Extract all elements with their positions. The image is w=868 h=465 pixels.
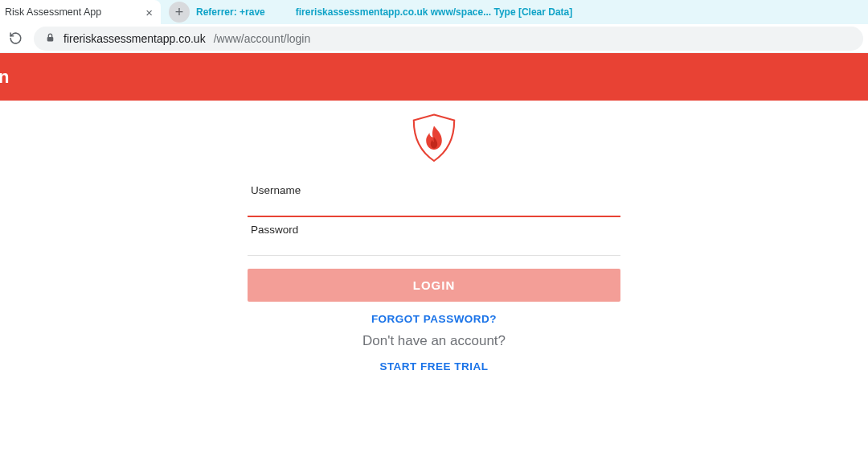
shield-flame-icon xyxy=(406,110,462,167)
page-banner: n xyxy=(0,53,868,101)
reload-button[interactable] xyxy=(5,28,26,49)
login-button[interactable]: LOGIN xyxy=(248,269,620,302)
url-host: fireriskassessmentapp.co.uk xyxy=(63,32,206,45)
address-bar[interactable]: fireriskassessmentapp.co.uk/www/account/… xyxy=(34,27,863,51)
close-icon[interactable]: × xyxy=(145,6,153,19)
reload-icon xyxy=(9,31,23,45)
browser-toolbar: fireriskassessmentapp.co.uk/www/account/… xyxy=(0,24,868,53)
username-field[interactable]: Username xyxy=(248,178,620,217)
password-label: Password xyxy=(251,224,617,236)
login-form: Username Password LOGIN FORGOT PASSWORD?… xyxy=(248,178,620,372)
start-free-trial-link[interactable]: START FREE TRIAL xyxy=(248,360,620,372)
new-tab-button[interactable]: + xyxy=(169,2,190,23)
url-path: /www/account/login xyxy=(214,32,311,45)
lock-icon xyxy=(45,32,55,45)
browser-infobar: Risk Assessment App × + Referrer: +rave … xyxy=(0,0,868,24)
infobar-left-text: Referrer: +rave xyxy=(196,6,265,18)
page-content: Username Password LOGIN FORGOT PASSWORD?… xyxy=(0,101,868,372)
infobar-center-text: fireriskassessmentapp.co.uk www/space...… xyxy=(296,6,573,18)
browser-tab[interactable]: Risk Assessment App × xyxy=(0,0,161,24)
forgot-password-link[interactable]: FORGOT PASSWORD? xyxy=(248,313,620,325)
username-label: Username xyxy=(251,184,617,196)
no-account-text: Don't have an account? xyxy=(248,333,620,349)
svg-rect-0 xyxy=(47,36,54,40)
app-logo xyxy=(406,110,462,170)
tab-title: Risk Assessment App xyxy=(5,6,101,18)
password-field[interactable]: Password xyxy=(248,217,620,256)
banner-text-fragment: n xyxy=(0,67,9,88)
